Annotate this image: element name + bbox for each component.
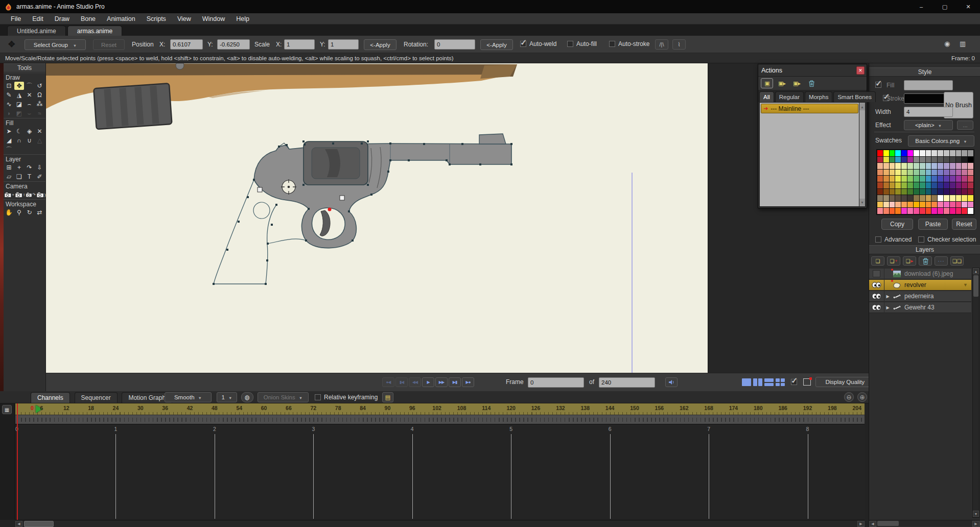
lower-curve-tool[interactable]: ∪ [25, 136, 34, 145]
translate-layer-tool[interactable]: ⊞ [4, 163, 14, 172]
zoom-workspace-tool[interactable]: ⚲ [14, 208, 24, 217]
palette-swatch[interactable] [962, 170, 967, 176]
menu-file[interactable]: File [5, 14, 27, 23]
palette-swatch[interactable] [920, 157, 925, 163]
palette-swatch[interactable] [877, 157, 883, 163]
palette-swatch[interactable] [968, 176, 973, 182]
palette-swatch[interactable] [956, 195, 962, 201]
palette-swatch[interactable] [907, 176, 913, 182]
vertex-point[interactable] [305, 239, 307, 242]
previous-keyframe-button[interactable]: ▮◀ [395, 377, 408, 387]
palette-swatch[interactable] [956, 202, 962, 208]
pan-tilt-camera-tool[interactable]: ) [36, 190, 46, 199]
timeline-zoom-out-icon[interactable]: ⊖ [844, 392, 854, 402]
eyedropper-tool[interactable]: ✐ [35, 173, 44, 181]
palette-swatch[interactable] [950, 150, 955, 156]
effect-dropdown[interactable]: <plain> [904, 120, 953, 130]
layer-row-download-6-jpeg[interactable]: download (6).jpeg [869, 269, 971, 279]
palette-swatch[interactable] [877, 182, 883, 188]
tab-Untitled.anime[interactable]: Untitled.anime [7, 26, 66, 36]
vertex-point[interactable] [267, 243, 269, 245]
palette-swatch[interactable] [883, 176, 889, 182]
actions-tab-smart-bones[interactable]: Smart Bones [833, 91, 875, 102]
new-layer-icon[interactable]: ❏ [871, 256, 884, 266]
vertex-point[interactable] [304, 143, 306, 146]
insert-copy-action-icon[interactable]: ▣▸ [776, 78, 788, 88]
vertex-point[interactable] [271, 224, 273, 226]
timeline-scroll-thumb[interactable] [24, 521, 54, 527]
palette-swatch[interactable] [920, 170, 925, 176]
menu-window[interactable]: Window [197, 14, 230, 23]
palette-swatch[interactable] [962, 189, 967, 195]
palette-swatch[interactable] [920, 176, 925, 182]
vertex-point[interactable] [367, 140, 369, 142]
delete-layer-icon[interactable] [919, 256, 932, 266]
palette-swatch[interactable] [950, 208, 955, 214]
play-button[interactable]: ▶ [422, 377, 434, 387]
palette-swatch[interactable] [877, 189, 883, 195]
user-icon[interactable]: ◉ [944, 40, 950, 47]
timeline-scrollbar[interactable]: ◀ ▶ [15, 520, 865, 527]
palette-swatch[interactable] [938, 176, 943, 182]
palette-swatch[interactable] [926, 176, 931, 182]
palette-swatch[interactable] [901, 189, 907, 195]
step-forward-button[interactable]: ▶▶ [435, 377, 448, 387]
palette-swatch[interactable] [877, 163, 883, 169]
close-window-icon[interactable]: ✕ [956, 0, 980, 13]
palette-swatch[interactable] [920, 202, 925, 208]
palette-swatch[interactable] [938, 157, 943, 163]
palette-swatch[interactable] [956, 157, 962, 163]
palette-swatch[interactable] [931, 170, 937, 176]
palette-swatch[interactable] [944, 202, 949, 208]
apply-rotation-button[interactable]: <-Apply [480, 39, 513, 50]
palette-swatch[interactable] [944, 170, 949, 176]
scale-x-input[interactable] [284, 39, 315, 50]
flip-curve-icon[interactable]: ⌇ [672, 39, 686, 50]
palette-swatch[interactable] [890, 208, 895, 214]
current-frame-input[interactable] [528, 377, 584, 388]
actions-tab-all[interactable]: All [759, 91, 774, 102]
pan-workspace-tool[interactable]: ✋ [4, 208, 14, 217]
palette-swatch[interactable] [901, 170, 907, 176]
palette-swatch[interactable] [914, 163, 919, 169]
palette-swatch[interactable] [956, 182, 962, 188]
draw-shape-tool[interactable]: ◮ [14, 91, 24, 99]
vertex-point[interactable] [352, 239, 354, 242]
palette-swatch[interactable] [938, 195, 943, 201]
interpolation-dropdown[interactable]: Smooth [165, 392, 212, 402]
palette-swatch[interactable] [877, 195, 883, 201]
actions-list[interactable]: ➜--- Mainline --- [759, 102, 860, 207]
palette-swatch[interactable] [926, 208, 931, 214]
vertex-point[interactable] [266, 259, 268, 261]
stack-layer-tool[interactable]: ❏ [14, 173, 24, 181]
palette-swatch[interactable] [890, 182, 895, 188]
eraser-tool[interactable]: ◪ [14, 100, 24, 108]
palette-swatch[interactable] [962, 150, 967, 156]
palette-swatch[interactable] [956, 176, 962, 182]
keyframe-strip[interactable] [15, 415, 865, 424]
palette-swatch[interactable] [938, 182, 943, 188]
insert-text-tool[interactable]: T [25, 173, 34, 181]
delete-edge-tool[interactable]: ✕ [25, 91, 34, 99]
selection-handle[interactable] [340, 196, 344, 200]
palette-swatch[interactable] [901, 163, 907, 169]
orbit-workspace-tool[interactable]: ⇄ [35, 208, 44, 217]
layers-scroll-up-icon[interactable]: ▲ [973, 268, 979, 274]
scale-points-tool[interactable]: ⌒ [25, 82, 34, 90]
palette-swatch[interactable] [962, 182, 967, 188]
new-action-icon[interactable]: ▣ [761, 78, 773, 88]
palette-swatch[interactable] [901, 182, 907, 188]
curvature-tool[interactable]: ⌢ [25, 100, 34, 108]
palette-swatch[interactable] [920, 163, 925, 169]
panel-columns-icon[interactable]: ▥ [960, 40, 966, 47]
palette-swatch[interactable] [968, 150, 973, 156]
palette-swatch[interactable] [883, 163, 889, 169]
palette-swatch[interactable] [962, 157, 967, 163]
layers-hscrollbar[interactable]: ◀ ▶ [869, 520, 979, 526]
timeline-zoom-in-icon[interactable]: ⊕ [857, 392, 867, 402]
palette-swatch[interactable] [883, 189, 889, 195]
palette-swatch[interactable] [950, 157, 955, 163]
palette-swatch[interactable] [931, 163, 937, 169]
palette-swatch[interactable] [907, 195, 913, 201]
palette-swatch[interactable] [895, 176, 901, 182]
